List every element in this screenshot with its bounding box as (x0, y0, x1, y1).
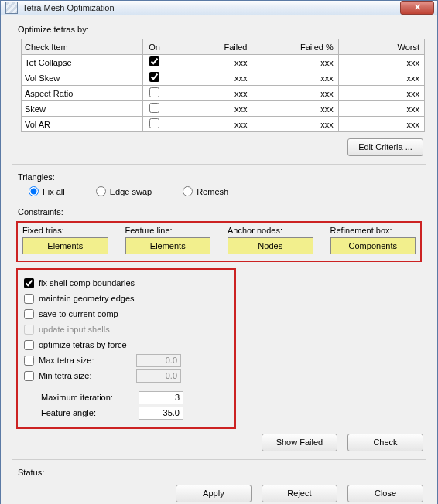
criteria-failed: xxx (166, 86, 252, 101)
criteria-worst: xxx (338, 70, 424, 86)
criteria-failed: xxx (166, 101, 252, 117)
criteria-failed: xxx (166, 70, 252, 86)
criteria-failed-pct: xxx (252, 117, 338, 132)
table-row: Aspect Ratioxxxxxxxxx (22, 86, 425, 101)
col-check-item[interactable]: Check Item (22, 39, 143, 55)
criteria-on-checkbox[interactable] (149, 87, 159, 97)
criteria-failed: xxx (166, 117, 252, 132)
status-label: Status: (18, 468, 428, 477)
refinement-box-label: Refinement box: (330, 226, 416, 235)
refinement-box-button[interactable]: Components (330, 237, 416, 254)
col-failed-pct[interactable]: Failed % (252, 39, 338, 55)
window-close-button[interactable]: ✕ (400, 1, 434, 15)
window-title: Tetra Mesh Optimization (22, 3, 400, 12)
criteria-table: Check Item On Failed Failed % Worst Tet … (21, 39, 425, 132)
criteria-on-checkbox[interactable] (149, 56, 159, 66)
criteria-name: Tet Collapse (22, 55, 143, 70)
feature-angle-field[interactable] (139, 407, 183, 420)
criteria-on-checkbox[interactable] (149, 72, 159, 82)
maximum-iteration-field[interactable] (139, 391, 183, 404)
table-row: Vol ARxxxxxxxxx (22, 117, 425, 132)
triangles-label: Triangles: (18, 172, 428, 182)
radio-remesh[interactable]: Remesh (183, 186, 228, 196)
anchor-nodes-label: Anchor nodes: (228, 226, 313, 235)
optimize-tetras-label: Optimize tetras by: (18, 25, 428, 34)
criteria-worst: xxx (338, 86, 424, 101)
titlebar[interactable]: Tetra Mesh Optimization ✕ (1, 1, 437, 15)
col-on[interactable]: On (142, 39, 166, 55)
criteria-worst: xxx (338, 55, 424, 70)
apply-button[interactable]: Apply (176, 485, 252, 502)
criteria-worst: xxx (338, 101, 424, 117)
feature-line-label: Feature line: (125, 226, 211, 235)
fixed-trias-button[interactable]: Elements (22, 237, 108, 254)
feature-line-button[interactable]: Elements (125, 237, 211, 254)
reject-button[interactable]: Reject (262, 485, 337, 502)
check-button[interactable]: Check (347, 434, 423, 451)
radio-edge-swap[interactable]: Edge swap (96, 186, 152, 196)
min-tetra-size-field (136, 369, 181, 383)
save-to-current-comp-checkbox[interactable] (24, 309, 34, 319)
col-failed[interactable]: Failed (166, 39, 252, 55)
criteria-name: Vol Skew (22, 70, 143, 86)
anchor-nodes-button[interactable]: Nodes (228, 237, 313, 254)
constraints-box: Fixed trias: Elements Feature line: Elem… (16, 221, 422, 262)
table-row: Tet Collapsexxxxxxxxx (22, 55, 425, 70)
criteria-failed-pct: xxx (252, 86, 338, 101)
edit-criteria-button[interactable]: Edit Criteria ... (347, 138, 423, 156)
update-input-shells-checkbox (24, 325, 34, 335)
criteria-name: Skew (22, 101, 143, 117)
criteria-failed-pct: xxx (252, 55, 338, 70)
criteria-name: Vol AR (22, 117, 143, 132)
criteria-failed: xxx (166, 55, 252, 70)
criteria-on-checkbox[interactable] (149, 103, 159, 113)
constraints-section-label: Constraints: (18, 207, 428, 216)
tetra-mesh-optimization-window: Tetra Mesh Optimization ✕ Optimize tetra… (0, 0, 438, 504)
app-icon (5, 2, 18, 14)
show-failed-button[interactable]: Show Failed (262, 434, 337, 451)
table-row: Vol Skewxxxxxxxxx (22, 70, 425, 86)
table-row: Skewxxxxxxxxx (22, 101, 425, 117)
fixed-trias-label: Fixed trias: (22, 226, 108, 235)
criteria-name: Aspect Ratio (22, 86, 143, 101)
criteria-failed-pct: xxx (252, 101, 338, 117)
criteria-on-checkbox[interactable] (149, 118, 159, 128)
dialog-body: Optimize tetras by: Check Item On Failed… (1, 15, 437, 504)
maintain-geometry-edges-checkbox[interactable] (24, 294, 34, 304)
criteria-worst: xxx (338, 117, 424, 132)
max-tetra-size-field (136, 354, 181, 367)
fix-shell-comp-boundaries-checkbox[interactable] (24, 278, 34, 288)
col-worst[interactable]: Worst (338, 39, 424, 55)
criteria-failed-pct: xxx (252, 70, 338, 86)
options-box: fix shell comp boundaries maintain geome… (16, 268, 236, 429)
min-tetra-size-checkbox[interactable] (24, 371, 34, 381)
radio-fix-all[interactable]: Fix all (29, 186, 65, 196)
close-button[interactable]: Close (347, 485, 423, 502)
max-tetra-size-checkbox[interactable] (24, 356, 34, 366)
optimize-tetras-by-force-checkbox[interactable] (24, 340, 34, 350)
